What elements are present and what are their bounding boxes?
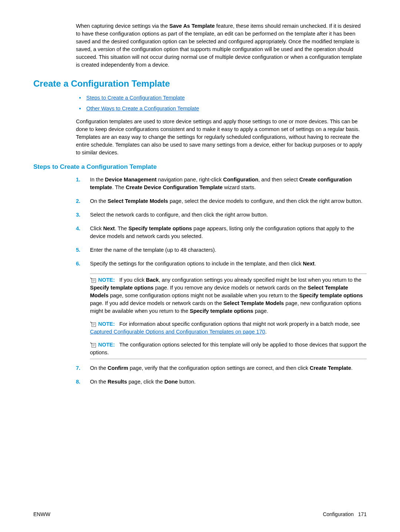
- step-number: 6.: [76, 260, 80, 268]
- step-7: 7. On the Confirm page, verify that the …: [76, 364, 367, 372]
- step-number: 2.: [76, 197, 80, 205]
- note-3: NOTE: The configuration options selected…: [90, 341, 367, 359]
- step-5: 5. Enter the name of the template (up to…: [76, 246, 367, 254]
- page-footer: ENWW Configuration 171: [33, 511, 367, 517]
- note-icon: [90, 277, 97, 283]
- intro-bold: Save As Template: [169, 23, 215, 29]
- step-number: 3.: [76, 211, 80, 219]
- toc-bullet-list: Steps to Create a Configuration Template…: [76, 94, 367, 113]
- note-label: NOTE:: [98, 321, 115, 327]
- footer-left: ENWW: [33, 511, 50, 517]
- step-number: 5.: [76, 246, 80, 254]
- link-captured-options[interactable]: Captured Configurable Options and Config…: [90, 329, 265, 335]
- note-icon: [90, 342, 97, 348]
- step-number: 4.: [76, 225, 80, 232]
- steps-list-continued: 7. On the Confirm page, verify that the …: [76, 364, 367, 386]
- note-label: NOTE:: [98, 342, 115, 348]
- link-steps-create[interactable]: Steps to Create a Configuration Template: [86, 95, 185, 101]
- toc-item: Other Ways to Create a Configuration Tem…: [76, 105, 367, 113]
- steps-list: 1. In the Device Management navigation p…: [76, 176, 367, 268]
- heading-create-config-template: Create a Configuration Template: [33, 78, 367, 89]
- link-other-ways[interactable]: Other Ways to Create a Configuration Tem…: [86, 106, 199, 111]
- step-1: 1. In the Device Management navigation p…: [76, 176, 367, 191]
- heading-steps-create: Steps to Create a Configuration Template: [33, 163, 367, 171]
- step-number: 1.: [76, 176, 80, 184]
- step-2: 2. On the Select Template Models page, s…: [76, 197, 367, 205]
- intro-text: When capturing device settings via the: [76, 23, 169, 29]
- step-number: 8.: [76, 378, 80, 386]
- note-icon: [90, 321, 97, 327]
- note-1: NOTE: If you click Back, any configurati…: [90, 274, 367, 315]
- note-2: NOTE: For information about specific con…: [90, 320, 367, 336]
- config-description: Configuration templates are used to stor…: [76, 118, 367, 157]
- step-4: 4. Click Next. The Specify template opti…: [76, 225, 367, 240]
- footer-right: Configuration 171: [323, 511, 367, 517]
- step-6: 6. Specify the settings for the configur…: [76, 260, 367, 268]
- intro-text-2: feature, these items should remain unche…: [76, 23, 362, 68]
- step-number: 7.: [76, 364, 80, 372]
- intro-paragraph: When capturing device settings via the S…: [76, 22, 367, 69]
- step-3: 3. Select the network cards to configure…: [76, 211, 367, 219]
- toc-item: Steps to Create a Configuration Template: [76, 94, 367, 102]
- note-label: NOTE:: [98, 277, 115, 283]
- step-8: 8. On the Results page, click the Done b…: [76, 378, 367, 386]
